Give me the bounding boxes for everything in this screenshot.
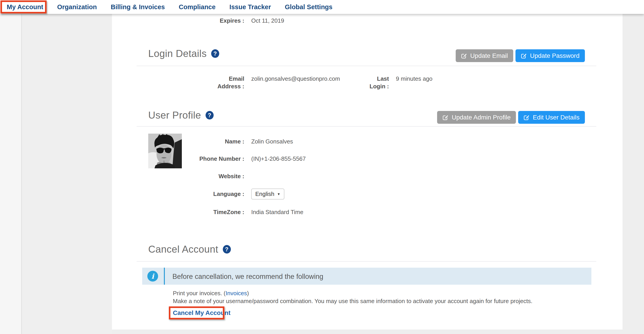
edit-icon — [521, 53, 527, 59]
update-email-button[interactable]: Update Email — [456, 49, 513, 62]
cancel-my-account-link[interactable]: Cancel My Account — [173, 309, 230, 316]
tab-compliance[interactable]: Compliance — [179, 3, 216, 11]
expires-row: Expires : Oct 11, 2019 — [137, 17, 284, 25]
login-details-actions: Update Email Update Password — [456, 49, 585, 62]
tab-global-settings[interactable]: Global Settings — [285, 3, 332, 11]
edit-icon — [524, 114, 530, 120]
update-email-label: Update Email — [470, 52, 508, 59]
help-icon[interactable]: ? — [206, 111, 214, 120]
invoices-link[interactable]: Invoices — [226, 290, 247, 296]
website-label: Website : — [137, 173, 244, 180]
tab-my-account[interactable]: My Account — [7, 3, 43, 11]
user-profile-actions: Update Admin Profile Edit User Details — [437, 111, 585, 124]
email-address-label: Email Address : — [137, 75, 244, 90]
language-value: English ▼ — [251, 189, 284, 199]
name-label: Name : — [137, 138, 244, 145]
phone-row: Phone Number : (IN)+1-206-855-5567 — [137, 155, 306, 163]
edit-user-details-button[interactable]: Edit User Details — [518, 111, 585, 124]
login-details-row: Email Address : zolin.gonsalves@question… — [137, 75, 432, 90]
help-icon[interactable]: ? — [223, 245, 231, 253]
language-label: Language : — [137, 190, 244, 198]
edit-user-details-label: Edit User Details — [533, 114, 580, 121]
account-content-card: Expires : Oct 11, 2019 Login Details ? U… — [112, 14, 622, 329]
cancel-account-title-text: Cancel Account — [148, 244, 218, 255]
login-details-title: Login Details ? — [148, 48, 219, 59]
update-password-label: Update Password — [530, 52, 580, 59]
tab-issue-tracker[interactable]: Issue Tracker — [230, 3, 271, 11]
expires-value: Oct 11, 2019 — [251, 17, 284, 25]
last-login-value: 9 minutes ago — [396, 75, 432, 83]
section-divider — [136, 261, 596, 262]
help-icon[interactable]: ? — [211, 49, 219, 58]
user-profile-title-text: User Profile — [148, 110, 201, 121]
phone-value: (IN)+1-206-855-5567 — [251, 155, 306, 163]
print-invoices-text-close: ) — [247, 290, 249, 296]
top-nav: My Account Organization Billing & Invoic… — [0, 0, 644, 14]
tab-organization[interactable]: Organization — [57, 3, 97, 11]
name-value: Zolin Gonsalves — [251, 138, 293, 145]
language-dropdown[interactable]: English ▼ — [251, 189, 284, 199]
language-row: Language : English ▼ — [137, 189, 284, 199]
section-divider — [136, 66, 596, 66]
print-invoices-line: Print your invoices. (Invoices) — [173, 290, 249, 297]
language-selected-value: English — [255, 191, 274, 197]
edit-icon — [442, 114, 448, 120]
phone-label: Phone Number : — [137, 155, 244, 163]
chevron-down-icon: ▼ — [277, 192, 280, 196]
timezone-label: TimeZone : — [137, 208, 244, 216]
info-box-separator — [164, 268, 165, 285]
edit-icon — [461, 53, 467, 59]
section-divider — [136, 126, 596, 127]
print-invoices-text: Print your invoices. ( — [173, 290, 226, 296]
update-password-button[interactable]: Update Password — [516, 49, 585, 62]
cancel-account-title: Cancel Account ? — [148, 244, 231, 255]
info-box-title: Before cancellation, we recommend the fo… — [172, 273, 323, 281]
login-details-title-text: Login Details — [148, 48, 207, 59]
update-admin-profile-button[interactable]: Update Admin Profile — [437, 111, 516, 124]
empty-sidebar-panel — [22, 14, 112, 334]
last-login-label: Last Login : — [360, 75, 389, 90]
window-left-strip — [0, 14, 22, 334]
user-profile-title: User Profile ? — [148, 110, 214, 121]
website-row: Website : — [137, 173, 251, 180]
username-password-note: Make a note of your username/password co… — [173, 298, 532, 305]
timezone-row: TimeZone : India Standard Time — [137, 208, 304, 216]
info-icon: i — [147, 271, 158, 281]
email-address-value: zolin.gonsalves@questionpro.com — [251, 75, 352, 83]
tab-billing-invoices[interactable]: Billing & Invoices — [111, 3, 165, 11]
update-admin-profile-label: Update Admin Profile — [452, 114, 510, 121]
cancellation-info-box: i Before cancellation, we recommend the … — [142, 268, 592, 285]
timezone-value: India Standard Time — [251, 208, 304, 216]
name-row: Name : Zolin Gonsalves — [137, 138, 293, 145]
expires-label: Expires : — [137, 17, 244, 25]
